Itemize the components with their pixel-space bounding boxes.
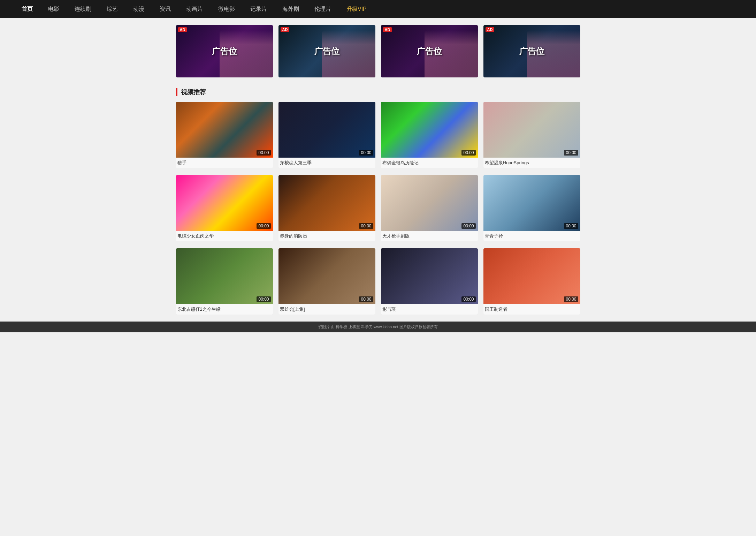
video-title-chishen: 赤身的消防员 — [278, 231, 375, 241]
footer-text: 资图片 由 科学极 上将至 科学刀 www.kidao.net 图片版权归原创者… — [318, 325, 437, 329]
video-thumb-bupou: 00:00 — [381, 102, 478, 158]
video-thumb-binying: 00:00 — [381, 248, 478, 304]
nav-item-documentary[interactable]: 记录片 — [243, 0, 275, 18]
video-title-binying: 彬与瑛 — [381, 304, 478, 315]
video-title-bupou: 布偶金银鸟历险记 — [381, 158, 478, 168]
ad-badge-2: AD — [281, 27, 290, 32]
nav-item-news[interactable]: 资讯 — [152, 0, 178, 18]
duration-badge-6: 00:00 — [359, 223, 373, 229]
video-thumb-guowang: 00:00 — [483, 248, 580, 304]
video-card-lieishou[interactable]: 00:00 猎手 — [176, 102, 273, 168]
duration-badge-12: 00:00 — [564, 296, 578, 302]
ad-card-1[interactable]: 广告位 AD — [176, 25, 273, 77]
nav-item-movie[interactable]: 电影 — [40, 0, 67, 18]
video-thumb-inner-7: 00:00 — [381, 175, 478, 231]
nav-item-ethics[interactable]: 伦理片 — [307, 0, 339, 18]
video-card-chishen[interactable]: 00:00 赤身的消防员 — [278, 175, 375, 241]
ad-label-2: 广告位 — [314, 46, 339, 57]
nav-item-anime[interactable]: 动漫 — [125, 0, 152, 18]
duration-badge-5: 00:00 — [257, 223, 270, 229]
video-card-dongbei[interactable]: 00:00 东北古惑仔2之今生缘 — [176, 248, 273, 315]
video-title-xiwang: 希望温泉HopeSprings — [483, 158, 580, 168]
video-thumb-inner-6: 00:00 — [278, 175, 375, 231]
video-card-qingqing[interactable]: 00:00 青青子衿 — [483, 175, 580, 241]
video-card-xiwang[interactable]: 00:00 希望温泉HopeSprings — [483, 102, 580, 168]
video-thumb-inner-1: 00:00 — [176, 102, 273, 158]
video-thumb-inner-2: 00:00 — [278, 102, 375, 158]
video-card-bupou[interactable]: 00:00 布偶金银鸟历险记 — [381, 102, 478, 168]
video-thumb-tiancai: 00:00 — [381, 175, 478, 231]
duration-badge-10: 00:00 — [359, 296, 373, 302]
duration-badge-11: 00:00 — [461, 296, 475, 302]
video-thumb-inner-8: 00:00 — [483, 175, 580, 231]
video-thumb-shuangxiong: 00:00 — [278, 248, 375, 304]
ad-badge-4: AD — [486, 27, 495, 32]
nav-item-vip[interactable]: 升级VIP — [339, 0, 374, 18]
duration-badge-2: 00:00 — [359, 150, 373, 156]
nav-item-variety[interactable]: 综艺 — [99, 0, 125, 18]
ad-label-4: 广告位 — [519, 46, 544, 57]
ads-section: 广告位 AD 广告位 AD 广告位 AD — [176, 18, 580, 84]
ad-card-3[interactable]: 广告位 AD — [381, 25, 478, 77]
video-card-shuangxiong[interactable]: 00:00 双雄会[上集] — [278, 248, 375, 315]
video-title-dianliang: 电缆少女血肉之华 — [176, 231, 273, 241]
video-title-chuansuo: 穿梭恋人第三季 — [278, 158, 375, 168]
ad-label-3: 广告位 — [417, 46, 442, 57]
video-row-2: 00:00 电缆少女血肉之华 00:00 赤身的消防员 00:00 天才枪手剧版 — [176, 175, 580, 241]
ad-background-3: 广告位 — [381, 25, 478, 77]
video-thumb-inner-10: 00:00 — [278, 248, 375, 304]
section-title: 视频推荐 — [176, 88, 580, 96]
video-thumb-inner-11: 00:00 — [381, 248, 478, 304]
duration-badge-1: 00:00 — [257, 150, 270, 156]
video-card-binying[interactable]: 00:00 彬与瑛 — [381, 248, 478, 315]
video-row-1: 00:00 猎手 00:00 穿梭恋人第三季 00:00 布偶金银鸟历险记 — [176, 102, 580, 168]
ad-background-4: 广告位 — [483, 25, 580, 77]
video-thumb-dianliang: 00:00 — [176, 175, 273, 231]
video-card-chuansuo[interactable]: 00:00 穿梭恋人第三季 — [278, 102, 375, 168]
video-title-dongbei: 东北古惑仔2之今生缘 — [176, 304, 273, 315]
video-title-shuangxiong: 双雄会[上集] — [278, 304, 375, 315]
nav-item-overseas[interactable]: 海外剧 — [275, 0, 307, 18]
video-thumb-xiwang: 00:00 — [483, 102, 580, 158]
video-title-tiancai: 天才枪手剧版 — [381, 231, 478, 241]
duration-badge-7: 00:00 — [461, 223, 475, 229]
video-card-tiancai[interactable]: 00:00 天才枪手剧版 — [381, 175, 478, 241]
ad-badge-1: AD — [178, 27, 187, 32]
video-thumb-chuansuo: 00:00 — [278, 102, 375, 158]
nav-item-home[interactable]: 首页 — [14, 0, 40, 18]
video-title-lieishou: 猎手 — [176, 158, 273, 168]
ad-background-2: 广告位 — [278, 25, 375, 77]
video-card-dianliang[interactable]: 00:00 电缆少女血肉之华 — [176, 175, 273, 241]
video-title-guowang: 国王制造者 — [483, 304, 580, 315]
ad-badge-3: AD — [383, 27, 392, 32]
duration-badge-3: 00:00 — [461, 150, 475, 156]
main-nav: 首页 电影 连续剧 综艺 动漫 资讯 动画片 微电影 记录片 海外剧 伦理片 升… — [0, 0, 756, 18]
video-thumb-lieishou: 00:00 — [176, 102, 273, 158]
video-thumb-inner-12: 00:00 — [483, 248, 580, 304]
video-thumb-chishen: 00:00 — [278, 175, 375, 231]
video-thumb-inner-3: 00:00 — [381, 102, 478, 158]
video-card-guowang[interactable]: 00:00 国王制造者 — [483, 248, 580, 315]
footer: 资图片 由 科学极 上将至 科学刀 www.kidao.net 图片版权归原创者… — [0, 322, 756, 332]
video-thumb-qingqing: 00:00 — [483, 175, 580, 231]
nav-item-series[interactable]: 连续剧 — [67, 0, 99, 18]
video-row-3: 00:00 东北古惑仔2之今生缘 00:00 双雄会[上集] 00:00 彬与瑛 — [176, 248, 580, 315]
video-thumb-inner-9: 00:00 — [176, 248, 273, 304]
ad-card-4[interactable]: 广告位 AD — [483, 25, 580, 77]
duration-badge-9: 00:00 — [257, 296, 270, 302]
duration-badge-8: 00:00 — [564, 223, 578, 229]
ad-background-1: 广告位 — [176, 25, 273, 77]
ad-label-1: 广告位 — [212, 46, 237, 57]
nav-item-cartoon[interactable]: 动画片 — [178, 0, 211, 18]
ad-card-2[interactable]: 广告位 AD — [278, 25, 375, 77]
duration-badge-4: 00:00 — [564, 150, 578, 156]
video-thumb-dongbei: 00:00 — [176, 248, 273, 304]
main-content: 广告位 AD 广告位 AD 广告位 AD — [169, 18, 587, 315]
video-thumb-inner-4: 00:00 — [483, 102, 580, 158]
video-title-qingqing: 青青子衿 — [483, 231, 580, 241]
nav-item-short-film[interactable]: 微电影 — [211, 0, 243, 18]
video-thumb-inner-5: 00:00 — [176, 175, 273, 231]
